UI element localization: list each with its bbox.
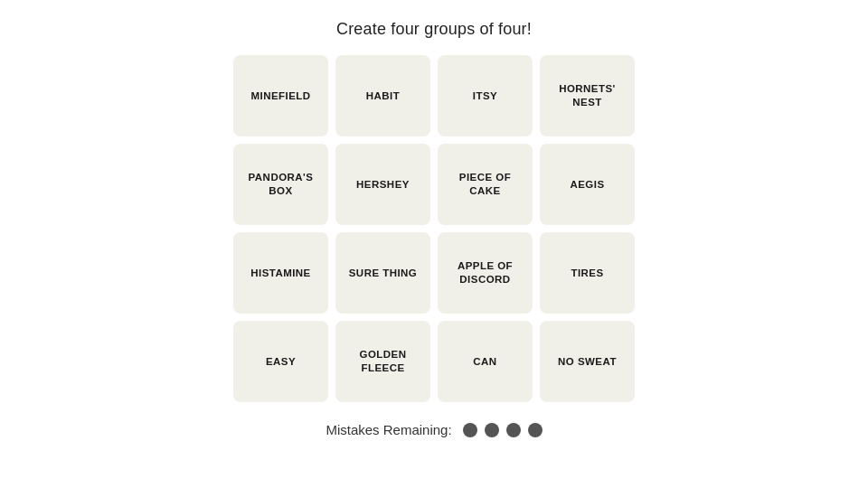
cell-histamine[interactable]: HISTAMINE [233,232,328,314]
cell-label-tires: TIRES [571,267,603,280]
cell-label-apple-of-discord: APPLE OF DISCORD [447,259,524,286]
cell-hershey[interactable]: HERSHEY [335,144,430,225]
cell-easy[interactable]: EASY [233,321,328,402]
cell-habit[interactable]: HABIT [335,55,430,136]
cell-itsy[interactable]: ITSY [438,55,533,136]
cell-label-piece-of-cake: PIECE OF CAKE [447,171,524,198]
cell-tires[interactable]: TIRES [540,232,635,314]
cell-minefield[interactable]: MINEFIELD [233,55,328,136]
cell-can[interactable]: CAN [438,321,533,402]
mistake-dot-2 [485,423,499,437]
cell-sure-thing[interactable]: SURE THING [335,232,430,314]
cell-label-hershey: HERSHEY [356,178,410,192]
cell-hornets-nest[interactable]: HORNETS' NEST [540,55,635,136]
cell-no-sweat[interactable]: NO SWEAT [540,321,635,402]
cell-golden-fleece[interactable]: GOLDEN FLEECE [335,321,430,402]
page-title: Create four groups of four! [336,20,532,39]
mistake-dot-4 [528,423,542,437]
cell-label-pandoras-box: PANDORA'S BOX [242,171,319,198]
mistakes-label: Mistakes Remaining: [326,422,451,437]
cell-label-aegis: AEGIS [570,178,604,192]
cell-label-no-sweat: NO SWEAT [558,355,617,369]
cell-label-easy: EASY [266,355,296,369]
cell-label-habit: HABIT [366,89,400,103]
cell-apple-of-discord[interactable]: APPLE OF DISCORD [438,232,533,314]
cell-label-itsy: ITSY [473,89,497,103]
cell-label-hornets-nest: HORNETS' NEST [549,82,626,109]
cell-label-golden-fleece: GOLDEN FLEECE [344,348,421,375]
cell-label-sure-thing: SURE THING [349,267,418,280]
cell-label-can: CAN [473,355,496,369]
mistake-dot-1 [463,423,477,437]
cell-label-histamine: HISTAMINE [250,267,311,280]
cell-piece-of-cake[interactable]: PIECE OF CAKE [438,144,533,225]
cell-pandoras-box[interactable]: PANDORA'S BOX [233,144,328,225]
cell-label-minefield: MINEFIELD [250,89,310,103]
mistake-dot-3 [506,423,521,437]
mistakes-row: Mistakes Remaining: [326,422,542,437]
puzzle-grid: MINEFIELDHABITITSYHORNETS' NESTPANDORA'S… [233,55,635,402]
cell-aegis[interactable]: AEGIS [540,144,635,225]
